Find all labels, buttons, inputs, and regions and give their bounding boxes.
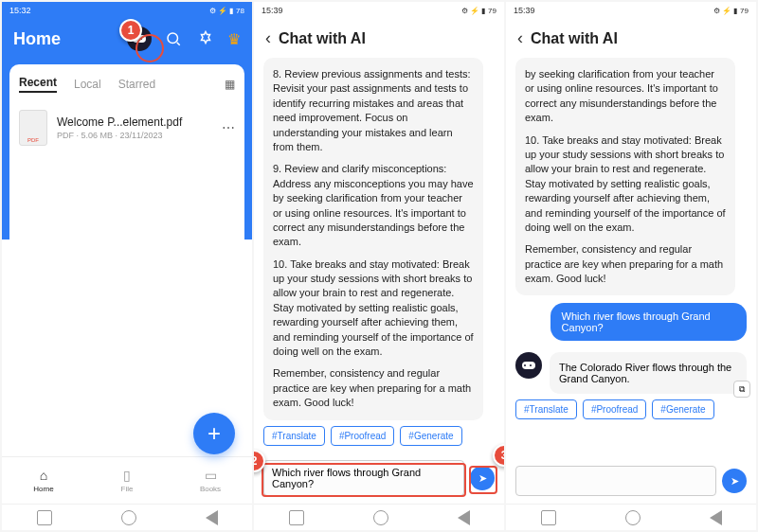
callout-1: 1 — [119, 19, 142, 42]
status-time: 15:32 — [9, 6, 31, 15]
copy-icon[interactable]: ⧉ — [733, 381, 750, 398]
nav-home[interactable]: ⌂ Home — [2, 457, 85, 504]
tab-local[interactable]: Local — [74, 78, 101, 91]
chat-input-row: ➤ — [506, 460, 756, 504]
settings-icon[interactable] — [195, 28, 216, 49]
recents-button[interactable] — [541, 510, 556, 525]
quick-actions: #Translate #Proofread #Generate — [263, 420, 495, 452]
home-screen: 15:32 ⚙ ⚡ ▮78 Home ♛ Recent Local Starre… — [2, 2, 252, 530]
generate-button[interactable]: #Generate — [400, 426, 461, 446]
ai-reply-row: The Colorado River flows through the Gra… — [515, 352, 747, 394]
nav-file[interactable]: ▯ File — [85, 457, 169, 504]
status-icons: ⚙ ⚡ ▮78 — [209, 7, 244, 15]
chat-input[interactable] — [515, 466, 716, 496]
quick-actions: #Translate #Proofread #Generate — [515, 394, 747, 425]
ai-reply: The Colorado River flows through the Gra… — [550, 352, 747, 394]
system-nav — [506, 504, 756, 530]
home-icon: ⌂ — [40, 468, 47, 483]
translate-button[interactable]: #Translate — [263, 426, 325, 446]
bottom-nav: ⌂ Home ▯ File ▭ Books — [2, 456, 252, 504]
status-icons: ⚙ ⚡ ▮79 — [713, 7, 749, 15]
system-nav — [2, 504, 252, 530]
recents-button[interactable] — [37, 510, 52, 525]
back-icon[interactable]: ‹ — [517, 28, 523, 48]
svg-point-0 — [168, 33, 178, 44]
chat-header: ‹ Chat with AI — [506, 19, 756, 58]
file-more-icon[interactable]: ⋯ — [222, 120, 235, 135]
chat-input-row: Which river flows through Grand Canyon? … — [254, 454, 504, 504]
chat-input[interactable]: Which river flows through Grand Canyon? — [263, 460, 464, 496]
chat-screen-reply: 15:39 ⚙ ⚡ ▮79 ‹ Chat with AI by seeking … — [506, 2, 756, 530]
books-icon: ▭ — [205, 468, 217, 483]
system-nav — [254, 504, 504, 530]
file-tabs: Recent Local Starred ▦ — [19, 76, 235, 93]
page-title: Home — [13, 29, 61, 49]
back-button[interactable] — [206, 510, 218, 525]
back-button[interactable] — [710, 510, 722, 525]
file-name: Welcome P...element.pdf — [57, 115, 212, 129]
back-button[interactable] — [458, 510, 470, 525]
ai-message: by seeking clarification from your teach… — [515, 58, 735, 295]
send-button[interactable]: ➤ — [722, 469, 747, 493]
view-grid-icon[interactable]: ▦ — [225, 78, 235, 91]
proofread-button[interactable]: #Proofread — [331, 426, 394, 446]
chat-screen-input: 15:39 ⚙ ⚡ ▮79 ‹ Chat with AI 8. Review p… — [254, 2, 504, 530]
home-button[interactable] — [373, 510, 388, 525]
chat-title: Chat with AI — [279, 30, 366, 47]
generate-button[interactable]: #Generate — [652, 399, 713, 419]
proofread-button[interactable]: #Proofread — [583, 399, 646, 419]
ai-avatar-icon — [515, 352, 542, 379]
status-icons: ⚙ ⚡ ▮79 — [461, 7, 496, 15]
status-bar: 15:39 ⚙ ⚡ ▮79 — [506, 2, 756, 19]
status-bar: 15:39 ⚙ ⚡ ▮79 — [254, 2, 504, 19]
home-button[interactable] — [121, 510, 136, 525]
tab-recent[interactable]: Recent — [19, 76, 57, 93]
user-message: Which river flows through Grand Canyon? — [550, 303, 747, 341]
nav-books[interactable]: ▭ Books — [169, 457, 252, 504]
search-icon[interactable] — [163, 28, 184, 49]
status-bar: 15:32 ⚙ ⚡ ▮78 — [2, 2, 252, 19]
recents-button[interactable] — [289, 510, 304, 525]
add-button[interactable]: + — [193, 413, 235, 454]
back-icon[interactable]: ‹ — [265, 28, 271, 48]
file-icon: ▯ — [123, 468, 131, 483]
ai-message: 8. Review previous assignments and tests… — [263, 58, 483, 420]
file-list-item[interactable]: PDF Welcome P...element.pdf PDF · 5.06 M… — [19, 104, 235, 151]
send-button[interactable]: ➤ — [470, 466, 495, 490]
home-button[interactable] — [625, 510, 641, 525]
status-time: 15:39 — [514, 6, 535, 15]
chat-title: Chat with AI — [531, 30, 618, 47]
translate-button[interactable]: #Translate — [515, 399, 577, 419]
tab-starred[interactable]: Starred — [118, 78, 155, 91]
status-time: 15:39 — [262, 6, 283, 15]
file-thumbnail-icon: PDF — [19, 110, 47, 146]
file-meta: PDF · 5.06 MB · 23/11/2023 — [57, 131, 212, 140]
premium-icon[interactable]: ♛ — [227, 30, 241, 48]
chat-header: ‹ Chat with AI — [254, 19, 504, 58]
